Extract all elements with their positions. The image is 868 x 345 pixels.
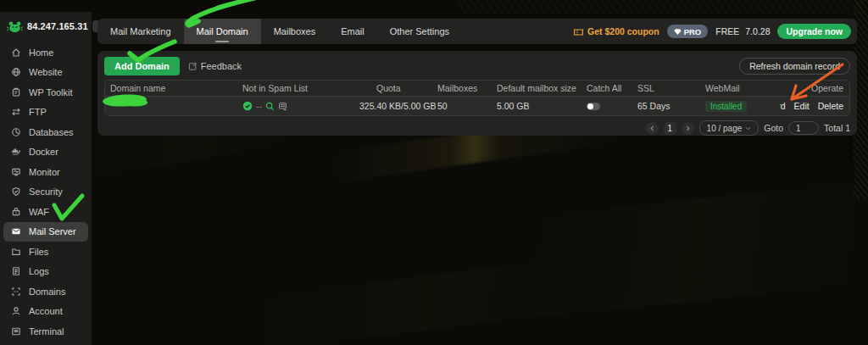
col-catch-all: Catch All [585, 83, 636, 93]
tab-label: Mail Marketing [110, 26, 171, 36]
sidebar-item-wp-toolkit[interactable]: WP Toolkit [3, 82, 88, 103]
sidebar-item-waf[interactable]: WAF [3, 202, 88, 222]
sidebar-item-label: Domains [29, 287, 65, 297]
panel-logo-icon [7, 19, 23, 35]
tab-other-settings[interactable]: Other Settings [377, 19, 462, 44]
sidebar-item-ftp[interactable]: FTP [3, 103, 88, 123]
catch-all-toggle[interactable] [587, 103, 600, 110]
sidebar-item-website[interactable]: Website [3, 63, 88, 83]
tab-label: Mailboxes [274, 26, 316, 36]
sidebar-item-domains[interactable]: Domains [3, 281, 88, 302]
folder-icon [11, 247, 21, 257]
sidebar-item-mail-server[interactable]: Mail Server [3, 222, 88, 242]
sidebar-item-security[interactable]: Security [3, 182, 88, 203]
sidebar-item-monitor[interactable]: Monitor [3, 162, 88, 182]
upgrade-now-button[interactable]: Upgrade now [777, 24, 851, 39]
refresh-domain-record-button[interactable]: Refresh domain record [739, 58, 850, 75]
sidebar-item-docker[interactable]: Docker [3, 142, 88, 163]
goto-label: Goto [764, 123, 783, 133]
sidebar-item-databases[interactable]: Databases [3, 122, 88, 142]
globe-icon [11, 67, 21, 77]
tab-mail-domain[interactable]: Mail Domain [184, 19, 261, 44]
tab-mailboxes[interactable]: Mailboxes [261, 19, 329, 44]
app-screen: 84.247.165.31 0 Home Website WP Toolkit … [0, 0, 868, 345]
terminal-icon [11, 326, 21, 337]
sidebar-item-files[interactable]: Files [3, 242, 88, 262]
pro-badge[interactable]: PRO [667, 25, 709, 38]
col-domain-name: Domain name [105, 83, 241, 93]
sidebar-item-label: FTP [29, 107, 47, 117]
col-operate: Operate [780, 83, 849, 93]
background-streak [458, 0, 865, 14]
pagination: 1 10 / page Goto Total 1 [104, 120, 850, 136]
sidebar-item-terminal[interactable]: Terminal [3, 321, 88, 342]
database-icon [11, 127, 21, 137]
mail-log-icon[interactable] [278, 102, 287, 111]
sidebar-item-label: Mail Server [29, 226, 76, 236]
domains-table: Domain name Not in Spam List Quota Mailb… [104, 80, 850, 116]
tab-email[interactable]: Email [328, 19, 377, 44]
col-default-mailbox-size: Default mailbox size [495, 83, 585, 93]
tab-mail-marketing[interactable]: Mail Marketing [97, 19, 184, 44]
col-mailboxes: Mailboxes [436, 83, 495, 93]
page-size-select[interactable]: 10 / page [699, 120, 760, 136]
sidebar-item-label: Account [29, 306, 63, 316]
waf-icon [11, 207, 21, 217]
cell-mailboxes: 50 [436, 101, 495, 111]
col-not-in-spam-list: Not in Spam List [241, 83, 358, 93]
sidebar-item-home[interactable]: Home [3, 42, 88, 63]
home-icon [11, 47, 21, 58]
sidebar-item-label: Website [29, 67, 63, 77]
check-circle-icon [242, 101, 253, 111]
cell-not-in-spam-list: -- [241, 101, 358, 111]
server-ip[interactable]: 84.247.165.31 [27, 21, 88, 31]
dns-record-link[interactable]: DNS Record [780, 101, 786, 111]
coupon-link[interactable]: Get $200 coupon [573, 26, 659, 36]
cell-default-mailbox-size: 5.00 GB [495, 101, 585, 111]
webmail-installed-badge: Installed [705, 101, 747, 112]
mail-server-tabbar: Mail Marketing Mail Domain Mailboxes Ema… [97, 19, 857, 44]
page-size-value: 10 / page [707, 124, 743, 133]
feedback-icon [188, 62, 198, 71]
goto-page-input[interactable] [788, 121, 819, 135]
toggle-knob [587, 103, 593, 109]
cell-catch-all [585, 103, 636, 110]
sidebar-item-label: Logs [29, 266, 49, 276]
cell-operate: DNS Record Edit Delete [780, 101, 849, 111]
plan-version: FREE 7.0.28 [715, 26, 770, 36]
page-number-button[interactable]: 1 [664, 122, 676, 135]
table-header-row: Domain name Not in Spam List Quota Mailb… [105, 81, 849, 97]
mail-icon [11, 226, 21, 236]
sidebar-item-logs[interactable]: Logs [3, 262, 88, 282]
tabs: Mail Marketing Mail Domain Mailboxes Ema… [97, 19, 462, 44]
feedback-link[interactable]: Feedback [188, 61, 242, 71]
sidebar-item-label: Home [29, 47, 53, 58]
col-webmail: WebMail [704, 83, 780, 93]
diamond-icon [674, 28, 682, 36]
add-domain-button[interactable]: Add Domain [104, 57, 180, 75]
sidebar-item-label: Security [29, 186, 63, 197]
ticket-icon [573, 27, 584, 36]
cell-quota: 325.40 KB/5.00 GB [358, 101, 436, 111]
tab-label: Mail Domain [197, 26, 248, 36]
delete-link[interactable]: Delete [818, 101, 843, 111]
search-icon[interactable] [265, 102, 275, 111]
sidebar-item-label: Files [29, 247, 48, 257]
total-count: Total 1 [824, 123, 850, 133]
coupon-label: Get $200 coupon [587, 26, 659, 36]
monitor-icon [11, 167, 21, 177]
sidebar-item-label: WP Toolkit [29, 87, 73, 97]
pro-label: PRO [684, 27, 702, 36]
cell-webmail: Installed [704, 101, 780, 112]
sidebar-item-label: Monitor [29, 167, 60, 177]
panel-toolbar: Add Domain Feedback Refresh domain recor… [104, 56, 850, 76]
sidebar-item-account[interactable]: Account [3, 302, 88, 322]
prev-page-button[interactable] [646, 122, 659, 135]
col-ssl: SSL [636, 83, 704, 93]
edit-link[interactable]: Edit [794, 101, 810, 111]
next-page-button[interactable] [682, 122, 694, 135]
sidebar-nav: Home Website WP Toolkit FTP Databases Do… [0, 42, 92, 342]
sidebar-item-label: WAF [29, 207, 49, 217]
transfer-icon [11, 107, 21, 117]
shield-icon [11, 186, 21, 197]
